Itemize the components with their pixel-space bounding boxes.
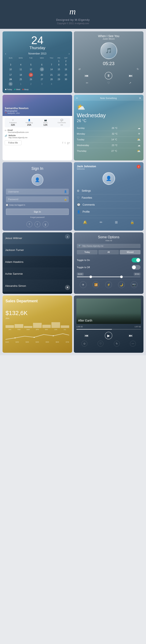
password-input[interactable] [6,196,69,202]
main-grid: 24 Thursday ‹ November 2013 › SUN MON TU… [0,29,146,355]
movie-play-button[interactable]: ▶ [105,332,112,340]
movie-icon-2[interactable]: ♡ [98,341,104,346]
bluetooth-icon[interactable]: ⚡ [105,281,112,288]
password-wrap: 🔒 [6,196,69,202]
location-icon: 📍 [5,112,7,114]
svg-point-1 [33,337,35,338]
options-bottombar: ✈ 📶 ⚡ 🌙 📷 [77,280,141,288]
remember-checkbox[interactable] [6,204,8,206]
calendar-grid: SUN MON TUE WED THU FRI SAT 1 2 [5,56,70,87]
people-scroll-down[interactable]: ▼ [65,285,70,290]
people-list: ▲ Jesus Willmer Jackson Turner Adam Hawk… [2,232,72,292]
calendar-card: 24 Thursday ‹ November 2013 › SUN MON TU… [2,31,72,93]
tab-all[interactable]: All [98,250,119,254]
movie-icon-4[interactable]: ⋯ [130,341,136,346]
signin-button[interactable]: Sign In [6,208,69,215]
profile-role: Photographer [5,110,28,112]
toggle-off[interactable] [132,265,141,270]
edit-icon[interactable]: ✏ [100,220,102,224]
options-search-input[interactable] [82,245,139,247]
slider-thumb-left[interactable] [90,276,92,278]
lock-icon[interactable]: 🔒 [130,220,134,224]
people-item-1[interactable]: Jesus Willmer [2,232,72,244]
signin-twitter[interactable]: t [34,221,40,227]
sliders-icon[interactable]: ⊞ [115,220,118,224]
slider-thumb-right[interactable] [120,276,123,278]
username-input[interactable] [6,189,69,194]
bar-jun [51,322,60,328]
forgot-password-link[interactable]: Forgot password [30,216,44,218]
svg-point-2 [53,335,54,336]
music-artist: Justin Moore [76,38,141,40]
facebook-icon[interactable]: f [62,142,63,144]
weather-body: ⛅ Wednesday 26 °C Sunday 26 °C ☁ Monday … [74,101,144,156]
forward-icon[interactable]: ⏭ [129,74,133,78]
weather-header-label: Note Something [100,97,117,100]
weather-edit-icon[interactable]: ✏ [76,97,78,100]
shuffle-icon[interactable]: ⇄ [79,68,81,70]
repeat-icon[interactable]: ↻ [137,68,139,70]
weather-row-monday: Monday 32 °C ☀ [77,131,141,137]
menu-item-profile[interactable]: 👤 Profile [77,208,141,215]
calendar-next[interactable]: › [69,52,70,55]
music-action-share[interactable]: ↗ [129,81,131,84]
calendar-prev[interactable]: ‹ [5,52,6,55]
weather-forecast: Sunday 26 °C ☁ Monday 32 °C ☀ Tusday 14 … [77,125,141,154]
movie-rewind-icon[interactable]: ⏮ [85,334,88,338]
app-logo: m [4,6,142,16]
people-item-2[interactable]: Jackson Turner [2,244,72,256]
calendar-today[interactable]: 13 [40,67,44,72]
music-player-card: When I See You Justin Moore 🎵 05:23 ⇄ ↻ … [74,31,144,93]
movie-icon-1[interactable]: ⊙ [81,341,87,346]
music-action-heart[interactable]: ♡ [107,81,110,84]
tab-missed[interactable]: Missed [120,250,141,254]
tab-today[interactable]: Today [77,250,98,254]
bar-mar [24,326,32,328]
movie-forward-icon[interactable]: ⏭ [129,334,133,338]
menu-item-comments[interactable]: 💬 Comments [77,202,141,208]
music-actions: ✏ ♡ ↗ [76,81,141,84]
calendar-highlight[interactable]: 19 [29,73,33,77]
profile-email-row: ✉ Email Yourname@website.com [5,129,70,133]
sales-card: Sales Department $132,6K 25% JAN FEB MAR… [2,296,72,353]
music-controls: ⏮ ⏸ ⏭ [76,72,141,80]
settings-icon: ⚙ [77,189,80,192]
slider-track[interactable] [77,276,141,277]
email-icon: ✉ [5,129,6,132]
moon-icon[interactable]: 🌙 [118,281,125,288]
people-item-5[interactable]: Alexandra Simon [2,280,72,292]
usermenu-avatar: 👤 [102,172,115,185]
wifi-icon[interactable]: 📶 [92,281,99,288]
signin-title: Sign In [31,166,43,171]
weather-header: ✏ Note Something ✕ [74,95,144,101]
search-icon: 🔍 [79,245,81,247]
designer-credit: Designed by M-Elgendy [4,18,142,22]
movie-poster: After Earth [76,298,141,324]
plane-icon[interactable]: ✈ [80,281,87,288]
follow-button[interactable]: Follow Me [5,140,21,145]
rewind-icon[interactable]: ⏮ [85,74,88,78]
signin-gplus[interactable]: g [42,221,48,227]
copyright: Copyright © 2013, m-elgendy.com [4,22,142,24]
signin-socials: f t g [26,221,48,227]
bell-icon[interactable]: 🔔 [83,220,87,224]
menu-item-favorites[interactable]: ♡ Favorites [77,194,141,202]
people-item-3[interactable]: Adam Hawkins [2,256,72,268]
options-view-all[interactable]: View All [77,240,141,242]
movie-progress-bar[interactable] [76,329,141,330]
weather-close-icon[interactable]: ✕ [139,96,141,100]
music-action-edit[interactable]: ✏ [86,81,88,84]
movie-bottom-icons: ⊙ ♡ ↻ ⋯ [76,341,141,346]
toggle-on[interactable] [132,258,141,262]
menu-item-settings[interactable]: ⚙ Settings [77,188,141,194]
people-item-4[interactable]: Achie Sammie [2,268,72,280]
gplus-icon[interactable]: g+ [67,142,70,144]
pause-button[interactable]: ⏸ [105,72,112,80]
movie-icon-3[interactable]: ↻ [114,341,120,346]
movie-time-current: 1:05:32 [76,326,83,328]
twitter-icon[interactable]: t [65,142,65,144]
signin-facebook[interactable]: f [26,221,32,227]
options-card: Some Options View All 🔍 Today All Missed… [74,232,144,294]
username-icon: 👤 [64,190,67,193]
camera-icon[interactable]: 📷 [131,281,138,288]
